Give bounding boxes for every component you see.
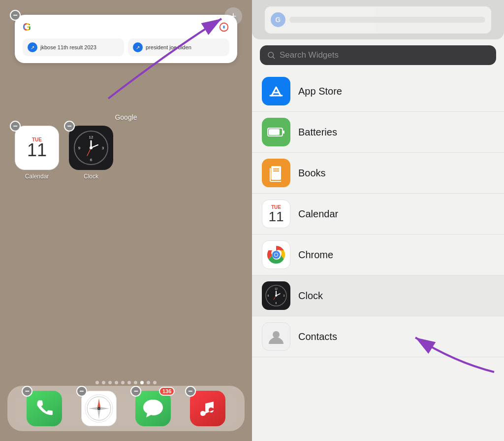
page-dot	[95, 381, 99, 384]
google-widget-label: Google	[0, 113, 252, 121]
calendar-day-number: 11	[27, 141, 47, 159]
svg-rect-28	[283, 131, 284, 134]
messages-app-icon[interactable]: 136	[135, 391, 171, 426]
svg-text:6: 6	[90, 158, 93, 162]
svg-text:3: 3	[102, 146, 104, 150]
calendar-app-icon[interactable]: TUE 11	[15, 126, 59, 170]
svg-text:9: 9	[78, 146, 81, 150]
widget-item-label: Batteries	[298, 127, 337, 138]
messages-badge: 136	[159, 387, 175, 396]
phone-app-icon[interactable]	[27, 391, 62, 426]
safari-dock-wrapper: −	[81, 391, 117, 426]
svg-rect-0	[208, 23, 211, 28]
calendar-app-label: Calendar	[25, 173, 49, 180]
batteries-icon	[262, 118, 290, 146]
page-dot	[153, 381, 157, 384]
widget-list: App Store Batteries	[252, 71, 504, 441]
blurred-card: G	[265, 6, 492, 34]
remove-calendar-button[interactable]: −	[10, 121, 21, 132]
svg-point-12	[90, 146, 93, 149]
suggestion-text: jkbose 11th result 2023	[40, 44, 96, 51]
messages-icon-svg	[142, 398, 164, 419]
safari-app-icon[interactable]	[81, 391, 117, 426]
page-dot	[127, 381, 131, 384]
music-icon-svg	[198, 399, 218, 418]
search-icon	[267, 51, 276, 60]
safari-icon-svg	[84, 394, 114, 423]
page-dot	[134, 381, 137, 384]
widget-item-label: App Store	[298, 86, 342, 97]
remove-safari-button[interactable]: −	[76, 386, 87, 397]
svg-text:3: 3	[284, 294, 285, 297]
widget-item-label: Books	[298, 168, 326, 179]
calendar-widget-num: 11	[268, 210, 284, 224]
page-dot	[108, 381, 112, 384]
page-dot	[121, 381, 125, 384]
calendar-widget-icon: TUE 11	[262, 200, 290, 228]
widget-item-label: Chrome	[298, 249, 333, 261]
clock-widget-icon: 12 3 6 9	[262, 281, 290, 310]
page-indicator	[0, 381, 252, 384]
search-placeholder-text: Search Widgets	[280, 50, 339, 60]
blurred-bar	[289, 17, 486, 23]
contacts-widget-icon	[262, 322, 290, 351]
svg-text:12: 12	[89, 135, 94, 139]
google-logo: G	[23, 21, 31, 34]
calendar-app-wrapper: − TUE 11 Calendar	[15, 126, 59, 180]
svg-text:12: 12	[275, 287, 278, 290]
suggestion-item[interactable]: ↗ jkbose 11th result 2023	[23, 38, 124, 56]
widget-item-app-store[interactable]: App Store	[252, 71, 504, 112]
blurred-g-logo: G	[271, 12, 285, 27]
clock-app-icon[interactable]: 12 3 6 9	[69, 126, 113, 170]
widget-item-chrome[interactable]: Chrome	[252, 235, 504, 275]
widget-item-books[interactable]: Books	[252, 153, 504, 194]
home-screen-apps: − TUE 11 Calendar − 12 3 6 9	[15, 126, 113, 180]
left-panel: + − G ↗	[0, 0, 252, 441]
books-icon-svg	[267, 164, 285, 182]
right-panel: G Search Widgets App Store	[252, 0, 504, 441]
page-dot-active	[140, 381, 144, 384]
remove-google-widget-button[interactable]: −	[10, 10, 21, 21]
chrome-icon-svg	[266, 245, 286, 265]
page-dot	[147, 381, 150, 384]
app-dock: − −	[7, 386, 245, 431]
contacts-icon-svg	[267, 327, 285, 346]
remove-clock-button[interactable]: −	[64, 121, 75, 132]
google-widget-header: G	[23, 21, 229, 34]
google-lens-icon	[219, 22, 229, 33]
clock-app-label: Clock	[84, 173, 98, 180]
remove-music-button[interactable]: −	[185, 386, 196, 397]
google-widget[interactable]: − G ↗ jkbose 11th resu	[15, 15, 237, 63]
widget-item-batteries[interactable]: Batteries	[252, 112, 504, 153]
widget-item-label: Clock	[298, 290, 323, 302]
widget-item-label: Calendar	[298, 208, 338, 220]
suggestion-item[interactable]: ↗ president joe biden	[128, 38, 229, 56]
svg-text:6: 6	[276, 302, 277, 305]
microphone-icon	[204, 22, 215, 33]
svg-point-46	[273, 331, 280, 338]
widget-item-contacts[interactable]: Contacts	[252, 316, 504, 357]
clock-widget-icon-svg: 12 3 6 9	[265, 285, 287, 306]
app-store-icon	[262, 77, 290, 105]
music-dock-wrapper: −	[190, 391, 225, 426]
svg-point-36	[275, 253, 278, 256]
clock-app-wrapper: − 12 3 6 9 Clock	[69, 126, 113, 180]
page-dot	[102, 381, 105, 384]
google-suggestions: ↗ jkbose 11th result 2023 ↗ president jo…	[23, 38, 229, 56]
svg-rect-29	[269, 129, 280, 135]
widget-item-label: Contacts	[298, 331, 337, 342]
messages-dock-wrapper: − 136	[135, 391, 171, 426]
clock-face-svg: 12 3 6 9	[73, 130, 109, 166]
music-app-icon[interactable]	[190, 391, 225, 426]
widget-item-clock[interactable]: 12 3 6 9 Clock	[252, 275, 504, 316]
books-icon	[262, 159, 290, 187]
phone-icon-svg	[34, 399, 54, 418]
plus-button-arrow	[0, 0, 252, 441]
search-widgets-bar[interactable]: Search Widgets	[260, 45, 496, 65]
chrome-widget-icon	[262, 240, 290, 269]
app-store-icon-svg	[267, 82, 285, 100]
svg-line-24	[273, 57, 274, 58]
trending-icon: ↗	[133, 42, 143, 52]
google-widget-icons	[204, 22, 229, 33]
widget-item-calendar[interactable]: TUE 11 Calendar	[252, 194, 504, 235]
